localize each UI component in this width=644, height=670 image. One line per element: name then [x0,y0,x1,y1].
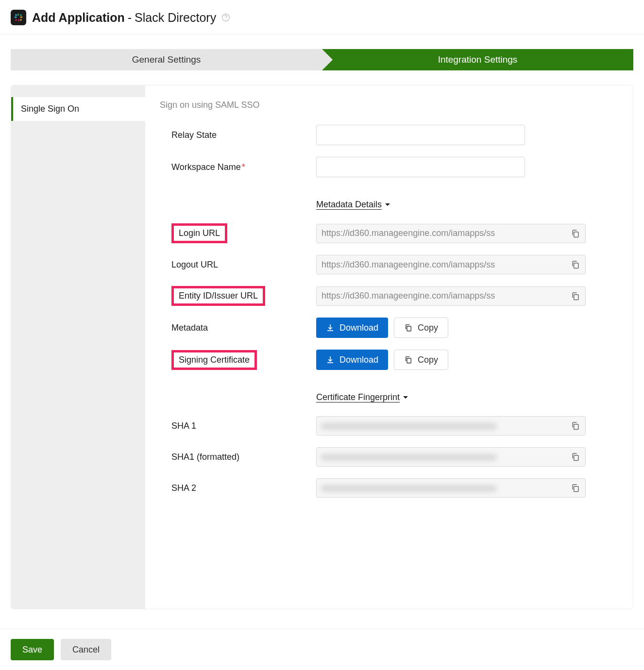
section-note: Sign on using SAML SSO [160,100,618,110]
sha1-formatted-value: xxxxxxxxxxxxxxxxxxxxxxxxxxxxxxxxxxxxxxxx [322,452,566,462]
caret-down-icon [403,396,408,400]
copy-icon[interactable] [571,421,580,431]
cancel-label: Cancel [72,645,100,654]
help-icon[interactable] [221,13,231,22]
tab-general-settings[interactable]: General Settings [11,49,322,70]
sidebar: Single Sign On [11,85,145,609]
copy-label: Copy [418,355,438,365]
cert-fingerprint-label: Certificate Fingerprint [316,392,400,402]
entity-id-field: https://id360.manageengine.com/iamapps/s… [316,286,586,306]
tab-integration-settings[interactable]: Integration Settings [322,49,633,70]
relay-state-input[interactable] [316,125,525,145]
title-sep: - [128,11,132,25]
svg-point-9 [225,19,226,20]
svg-rect-2 [20,17,22,17]
svg-rect-1 [17,14,18,16]
logout-url-value: https://id360.manageengine.com/iamapps/s… [322,260,566,270]
title-app-name: Slack Directory [135,11,216,25]
copy-icon [404,323,413,332]
entity-id-value: https://id360.manageengine.com/iamapps/s… [322,291,566,301]
svg-point-6 [20,19,21,20]
label-workspace-name: Workspace Name [171,162,241,172]
main-panel: Sign on using SAML SSO Relay State Works… [145,85,633,609]
cancel-button[interactable]: Cancel [61,639,111,660]
metadata-details-label: Metadata Details [316,200,382,210]
slack-app-icon [11,10,26,25]
workspace-name-input[interactable] [316,157,525,177]
label-sha1: SHA 1 [171,421,196,431]
svg-rect-12 [574,294,578,300]
svg-rect-0 [15,17,17,17]
required-asterisk: * [242,162,245,172]
page-title: Add Application - Slack Directory [32,11,231,25]
svg-rect-16 [574,455,578,461]
label-logout-url: Logout URL [171,260,218,269]
svg-point-7 [15,19,17,20]
download-label: Download [339,323,378,333]
sidebar-item-label: Single Sign On [21,104,79,114]
metadata-details-toggle[interactable]: Metadata Details [316,200,618,210]
label-sha1-formatted: SHA1 (formatted) [171,452,239,462]
sha2-value: xxxxxxxxxxxxxxxxxxxxxxxxxxxxxxxxxxxxxxxx [322,483,566,493]
copy-icon[interactable] [571,483,580,493]
download-icon [326,323,335,332]
svg-rect-14 [407,358,411,363]
metadata-download-button[interactable]: Download [316,318,388,338]
save-button[interactable]: Save [11,639,54,660]
svg-rect-17 [574,486,578,492]
cert-fingerprint-toggle[interactable]: Certificate Fingerprint [316,392,618,402]
title-bold: Add Application [32,11,125,25]
settings-tabs: General Settings Integration Settings [11,49,633,70]
label-login-url: Login URL [171,223,227,243]
svg-rect-13 [407,326,411,331]
copy-label: Copy [418,323,438,333]
sha1-value: xxxxxxxxxxxxxxxxxxxxxxxxxxxxxxxxxxxxxxxx [322,421,566,431]
copy-icon[interactable] [571,291,580,301]
svg-rect-3 [18,19,19,21]
sidebar-item-sso[interactable]: Single Sign On [11,97,145,121]
copy-icon[interactable] [571,229,580,238]
sha1-formatted-field: xxxxxxxxxxxxxxxxxxxxxxxxxxxxxxxxxxxxxxxx [316,447,586,467]
svg-rect-15 [574,424,578,430]
svg-point-4 [15,14,17,16]
login-url-value: https://id360.manageengine.com/iamapps/s… [322,228,566,238]
login-url-field: https://id360.manageengine.com/iamapps/s… [316,224,586,243]
cert-copy-button[interactable]: Copy [394,350,448,370]
label-entity-id: Entity ID/Issuer URL [171,286,265,306]
tab-integration-label: Integration Settings [438,54,518,65]
save-label: Save [22,645,42,654]
cert-download-button[interactable]: Download [316,350,388,370]
tab-general-label: General Settings [132,54,201,65]
metadata-copy-button[interactable]: Copy [394,318,448,338]
logout-url-field: https://id360.manageengine.com/iamapps/s… [316,255,586,274]
copy-icon [404,355,413,364]
label-metadata: Metadata [171,323,208,333]
page-header: Add Application - Slack Directory [0,8,644,34]
label-sha2: SHA 2 [171,483,196,493]
sha2-field: xxxxxxxxxxxxxxxxxxxxxxxxxxxxxxxxxxxxxxxx [316,478,586,498]
svg-rect-10 [574,232,578,237]
svg-rect-11 [574,263,578,268]
copy-icon[interactable] [571,260,580,269]
copy-icon[interactable] [571,452,580,462]
download-icon [326,355,335,364]
label-signing-certificate: Signing Certificate [171,350,257,370]
download-label: Download [339,355,378,365]
sha1-field: xxxxxxxxxxxxxxxxxxxxxxxxxxxxxxxxxxxxxxxx [316,416,586,436]
caret-down-icon [385,203,390,207]
label-relay-state: Relay State [171,130,217,140]
svg-point-5 [20,14,21,16]
footer: Save Cancel [0,629,644,660]
